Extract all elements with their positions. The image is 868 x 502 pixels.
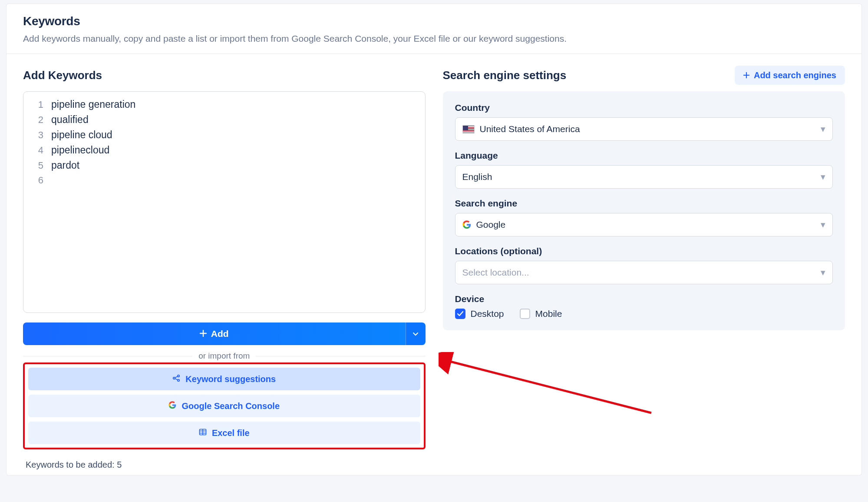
line-number: 1 bbox=[30, 99, 51, 110]
us-flag-icon bbox=[462, 125, 475, 133]
or-import-divider: or import from bbox=[23, 351, 426, 361]
keyword-line: 6 bbox=[27, 173, 422, 188]
svg-point-1 bbox=[178, 375, 179, 376]
chevron-down-icon: ▾ bbox=[821, 124, 825, 134]
add-search-engines-button[interactable]: Add search engines bbox=[735, 66, 845, 85]
device-desktop-checkbox[interactable]: Desktop bbox=[455, 309, 504, 319]
add-button-label: Add bbox=[211, 329, 229, 339]
keyword-line: 5 pardot bbox=[27, 158, 422, 173]
locations-select[interactable]: Select location... ▾ bbox=[455, 261, 833, 284]
line-number: 6 bbox=[30, 175, 51, 186]
language-label: Language bbox=[455, 150, 833, 161]
keywords-editor[interactable]: 1 pipeline generation 2 qualified 3 pipe… bbox=[23, 91, 426, 313]
search-engine-select[interactable]: Google ▾ bbox=[455, 213, 833, 236]
import-excel-button[interactable]: Excel file bbox=[28, 422, 420, 444]
keyword-text[interactable]: pipeline generation bbox=[51, 99, 135, 110]
page-subtitle: Add keywords manually, copy and paste a … bbox=[23, 33, 845, 44]
keyword-line: 3 pipeline cloud bbox=[27, 127, 422, 143]
chevron-down-icon: ▾ bbox=[821, 219, 825, 230]
import-excel-label: Excel file bbox=[212, 428, 250, 438]
line-number: 3 bbox=[30, 130, 51, 141]
add-button[interactable]: Add bbox=[23, 322, 406, 345]
line-number: 2 bbox=[30, 114, 51, 126]
or-import-label: or import from bbox=[198, 351, 250, 361]
keyword-text[interactable]: qualified bbox=[51, 114, 89, 126]
language-select[interactable]: English ▾ bbox=[455, 165, 833, 189]
engine-label: Search engine bbox=[455, 198, 833, 209]
locations-label: Locations (optional) bbox=[455, 246, 833, 256]
chevron-down-icon: ▾ bbox=[821, 172, 825, 182]
keyword-text[interactable]: pipeline cloud bbox=[51, 129, 112, 141]
country-select[interactable]: United States of America ▾ bbox=[455, 117, 833, 141]
keyword-line: 1 pipeline generation bbox=[27, 97, 422, 112]
keywords-panel: Keywords Add keywords manually, copy and… bbox=[6, 3, 862, 475]
keyword-text[interactable]: pardot bbox=[51, 160, 79, 171]
svg-line-4 bbox=[447, 361, 651, 413]
import-buttons-highlight: Keyword suggestions Google Search Consol… bbox=[23, 362, 426, 449]
check-icon bbox=[457, 311, 463, 316]
svg-point-2 bbox=[178, 379, 179, 381]
import-keyword-suggestions-button[interactable]: Keyword suggestions bbox=[28, 368, 420, 390]
keyword-line: 4 pipelinecloud bbox=[27, 143, 422, 158]
add-button-dropdown[interactable] bbox=[406, 322, 426, 345]
device-mobile-label: Mobile bbox=[535, 309, 562, 319]
import-suggestions-label: Keyword suggestions bbox=[185, 374, 276, 384]
device-label: Device bbox=[455, 294, 833, 304]
google-icon bbox=[168, 401, 176, 411]
checkbox-box bbox=[520, 309, 530, 319]
device-desktop-label: Desktop bbox=[471, 309, 504, 319]
plus-icon bbox=[200, 329, 207, 339]
keyword-text[interactable]: pipelinecloud bbox=[51, 144, 109, 156]
settings-box: Country United States of America ▾ Langu… bbox=[443, 91, 845, 330]
keyword-line: 2 qualified bbox=[27, 112, 422, 127]
svg-point-0 bbox=[173, 377, 175, 379]
checkbox-box bbox=[455, 309, 465, 319]
page-title: Keywords bbox=[23, 14, 845, 28]
plus-icon bbox=[743, 70, 749, 80]
engine-value: Google bbox=[476, 219, 506, 230]
locations-placeholder: Select location... bbox=[462, 267, 529, 278]
language-value: English bbox=[462, 172, 492, 182]
import-gsc-button[interactable]: Google Search Console bbox=[28, 395, 420, 417]
excel-icon bbox=[199, 428, 207, 438]
google-icon bbox=[462, 220, 471, 229]
country-value: United States of America bbox=[480, 124, 580, 134]
line-number: 4 bbox=[30, 145, 51, 156]
chevron-down-icon: ▾ bbox=[821, 267, 825, 278]
country-label: Country bbox=[455, 103, 833, 113]
add-keywords-title: Add Keywords bbox=[23, 69, 102, 82]
keywords-count-note: Keywords to be added: 5 bbox=[26, 460, 845, 470]
panel-header: Keywords Add keywords manually, copy and… bbox=[7, 4, 861, 54]
add-engines-label: Add search engines bbox=[754, 70, 836, 80]
device-mobile-checkbox[interactable]: Mobile bbox=[520, 309, 562, 319]
chevron-down-icon bbox=[413, 331, 418, 337]
line-number: 5 bbox=[30, 160, 51, 171]
settings-title: Search engine settings bbox=[443, 69, 567, 82]
import-gsc-label: Google Search Console bbox=[182, 401, 280, 411]
share-icon bbox=[172, 374, 180, 384]
